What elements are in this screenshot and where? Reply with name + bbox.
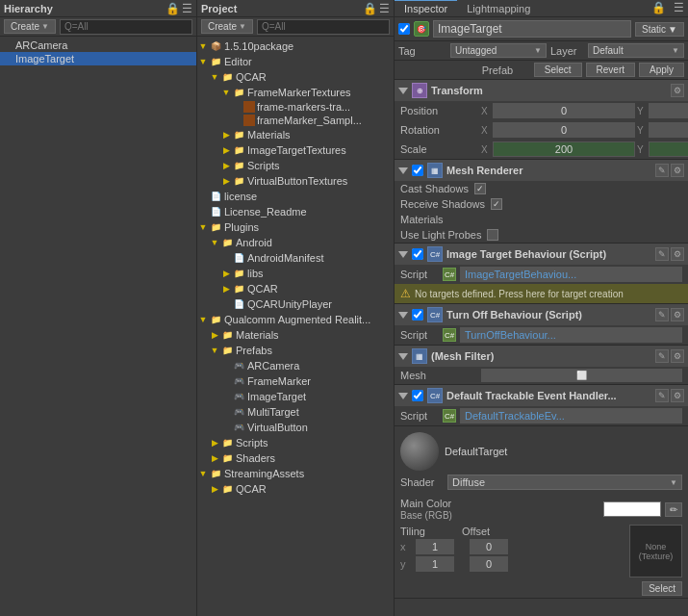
inspector-tabs: Inspector Lightmapping 🔒 ☰ [395,0,688,17]
project-item-scripts[interactable]: ▶ 📁 Scripts [197,158,394,173]
project-item-scripts2[interactable]: ▶ 📁 Scripts [197,435,394,450]
project-item-qcarunityplayer[interactable]: 📄 QCARUnityPlayer [197,296,394,312]
hierarchy-lock-icon[interactable]: 🔒 [166,2,180,15]
tab-inspector[interactable]: Inspector [395,0,457,16]
pos-x-input[interactable] [493,103,635,118]
project-item-shaders[interactable]: ▶ 📁 Shaders [197,450,394,466]
inspector-menu-icon[interactable]: ☰ [670,0,688,16]
revert-button[interactable]: Revert [586,63,635,77]
tiling-y-input[interactable] [416,556,454,572]
project-item-materials[interactable]: ▶ 📁 Materials [197,127,394,142]
to-script-value[interactable]: TurnOffBehaviour... [460,327,682,343]
project-search-input[interactable] [257,19,390,35]
project-item-framemarker[interactable]: 🎮 FrameMarker [197,373,394,389]
static-button[interactable]: Static ▼ [635,22,684,37]
mf-options-icon[interactable]: ⚙ [671,349,684,363]
layer-dropdown[interactable]: Default ▼ [588,43,684,58]
project-item-framemarktex[interactable]: ▼ 📁 FrameMarkerTextures [197,85,394,100]
hierarchy-menu-icon[interactable]: ☰ [182,2,192,15]
rot-y-input[interactable] [649,122,688,138]
scale-x-input[interactable] [493,141,635,157]
project-item-plugins[interactable]: ▼ 📁 Plugins [197,219,394,235]
te-options-icon[interactable]: ⚙ [671,389,684,402]
to-enabled-checkbox[interactable] [412,309,423,321]
mesh-renderer-header[interactable]: ▦ Mesh Renderer ✎ ⚙ [395,160,688,181]
project-item-qcar[interactable]: ▼ 📁 QCAR [197,69,394,85]
to-edit-icon[interactable]: ✎ [655,308,669,321]
apply-button[interactable]: Apply [639,63,684,77]
rot-x-input[interactable] [493,122,635,138]
te-enabled-checkbox[interactable] [412,390,423,401]
te-edit-icon[interactable]: ✎ [655,389,669,402]
object-active-checkbox[interactable] [398,23,410,35]
it-options-icon[interactable]: ⚙ [671,247,684,261]
inspector-content: 🎯 Static ▼ Tag Untagged ▼ Layer Default … [395,17,688,616]
project-item-arcamera2[interactable]: 🎮 ARCamera [197,358,394,373]
project-item-fmfile2[interactable]: frameMarker_Sampl... [197,114,394,127]
it-enabled-checkbox[interactable] [412,248,423,260]
it-edit-icon[interactable]: ✎ [655,247,669,261]
inspector-lock-icon[interactable]: 🔒 [648,0,670,16]
object-name-input[interactable] [433,20,631,38]
project-item-package[interactable]: ▼ 📦 1.5.10package [197,38,394,54]
hierarchy-search-input[interactable] [60,19,192,35]
project-lock-icon[interactable]: 🔒 [363,2,377,15]
pos-y-input[interactable] [649,103,688,118]
use-light-probes-checkbox[interactable] [487,229,498,241]
project-item-qar[interactable]: ▼ 📁 Qualcomm Augmented Realit... [197,312,394,327]
mr-enabled-checkbox[interactable] [412,165,423,176]
project-item-itt[interactable]: ▶ 📁 ImageTargetTextures [197,142,394,158]
te-header[interactable]: C# Default Trackable Event Handler... ✎ … [395,385,688,406]
project-item-editor[interactable]: ▼ 📁 Editor [197,54,394,69]
scale-y-input[interactable] [649,141,688,157]
hierarchy-create-button[interactable]: Create ▼ [4,19,56,34]
texture-select-button[interactable]: Select [642,581,682,596]
project-item-imagetarget2[interactable]: 🎮 ImageTarget [197,389,394,404]
tiling-x-input[interactable] [416,539,454,554]
transform-header[interactable]: ⊕ Transform ⚙ [395,80,688,101]
shader-dropdown[interactable]: Diffuse ▼ [447,475,682,490]
tag-layer-row: Tag Untagged ▼ Layer Default ▼ [395,41,688,61]
offset-y-input[interactable] [470,556,508,572]
te-script-value[interactable]: DefaultTrackableEv... [460,408,682,424]
color-swatch[interactable] [603,501,661,517]
project-item-fmfile1[interactable]: frame-markers-tra... [197,100,394,114]
project-item-vbt[interactable]: ▶ 📁 VirtualButtonTextures [197,173,394,189]
project-create-button[interactable]: Create ▼ [201,19,253,34]
texture-thumbnail[interactable]: None (Texture) [629,525,682,578]
cast-shadows-checkbox[interactable] [474,183,486,194]
project-item-license[interactable]: 📄 license [197,189,394,204]
project-item-libs[interactable]: ▶ 📁 libs [197,266,394,281]
mr-options-icon[interactable]: ⚙ [671,164,684,177]
te-icons: ✎ ⚙ [655,389,684,402]
project-item-virtualbutton[interactable]: 🎮 VirtualButton [197,420,394,435]
project-item-qcar2[interactable]: ▶ 📁 QCAR [197,281,394,296]
to-header[interactable]: C# Turn Off Behaviour (Script) ✎ ⚙ [395,304,688,325]
mf-edit-icon[interactable]: ✎ [655,349,669,363]
project-item-android[interactable]: ▼ 📁 Android [197,235,394,250]
receive-shadows-checkbox[interactable] [491,198,502,210]
project-item-streamingassets[interactable]: ▼ 📁 StreamingAssets [197,466,394,481]
project-item-prefabs[interactable]: ▼ 📁 Prefabs [197,343,394,358]
project-item-multitarget[interactable]: 🎮 MultiTarget [197,404,394,420]
project-item-license-readme[interactable]: 📄 License_Readme [197,204,394,219]
it-script-value[interactable]: ImageTargetBehaviou... [460,267,682,282]
scr2-folder-icon: 📁 [220,436,234,449]
mf-header[interactable]: ▦ (Mesh Filter) ✎ ⚙ [395,346,688,367]
project-item-qcar3[interactable]: ▶ 📁 QCAR [197,481,394,497]
transform-options-icon[interactable]: ⚙ [671,84,684,97]
offset-x-input[interactable] [470,539,508,554]
tag-dropdown[interactable]: Untagged ▼ [450,43,547,58]
project-item-androidmanifest[interactable]: 📄 AndroidManifest [197,250,394,266]
project-menu-icon[interactable]: ☰ [379,2,390,15]
hierarchy-item-arcamera[interactable]: ARCamera [0,38,196,52]
it-warning-row[interactable]: ⚠ No targets defined. Press here for tar… [395,284,688,303]
it-header[interactable]: C# Image Target Behaviour (Script) ✎ ⚙ [395,244,688,265]
project-item-materials2[interactable]: ▶ 📁 Materials [197,327,394,343]
mr-edit-icon[interactable]: ✎ [655,164,669,177]
to-options-icon[interactable]: ⚙ [671,308,684,321]
eyedrop-button[interactable]: ✏ [665,502,682,517]
hierarchy-item-imagetarget[interactable]: ImageTarget [0,52,196,65]
select-button[interactable]: Select [534,63,582,77]
tab-lightmapping[interactable]: Lightmapping [457,0,540,16]
